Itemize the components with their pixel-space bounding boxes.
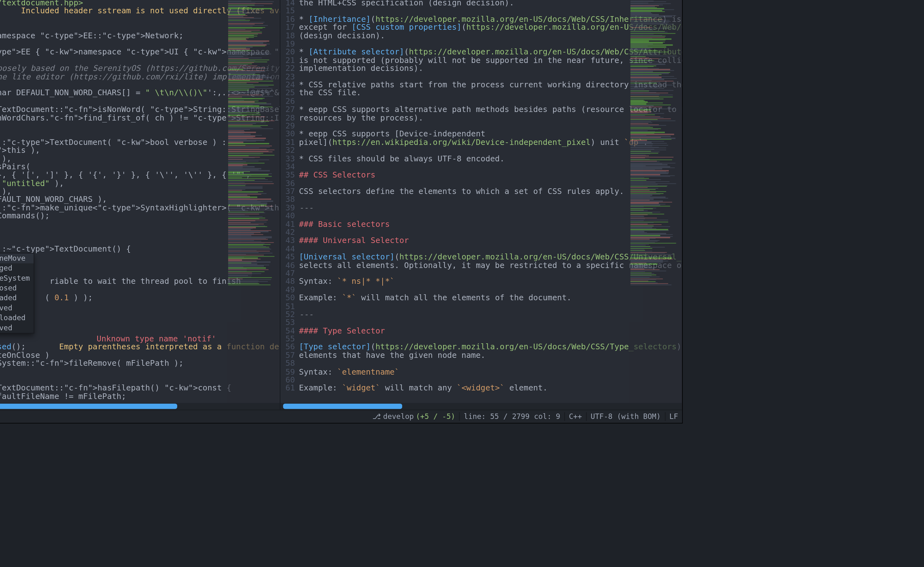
autocomplete-item[interactable]: ◉notifyDirtyOnFileSystem [0, 273, 34, 283]
autocomplete-item[interactable]: ◉notifyDocumentSaved [0, 323, 34, 333]
git-branch-status[interactable]: ⎇ develop (+5 / -5) [369, 412, 459, 421]
code-area[interactable]: # CSS Specification## Introductioneepp C… [299, 0, 682, 403]
autocomplete-popup[interactable]: ◉notifiyDocumenLineMove◉notifyCursorChan… [0, 253, 34, 333]
minimap[interactable] [227, 0, 280, 403]
item-label: notifyDocumentSaved [0, 324, 12, 332]
minimap[interactable] [629, 0, 682, 403]
editor-pane-left: ◆README.md×◆uiintroduction.md×◆textdocum… [0, 0, 280, 410]
git-branch-icon: ⎇ [372, 412, 381, 421]
code-editor-right[interactable]: 1234567891011121314151617181920212223242… [280, 0, 682, 403]
item-label: notifyDocumentReloaded [0, 314, 26, 322]
line-ending[interactable]: LF [665, 412, 682, 421]
item-label: notifyDirtyOnFileSystem [0, 274, 30, 282]
item-label: notifiyDocumenLineMove [0, 254, 26, 262]
item-label: notifyDocumentLoaded [0, 294, 17, 303]
autocomplete-item[interactable]: ◉notifyDocumentReloaded [0, 313, 34, 323]
autocomplete-item[interactable]: ◉notifyDocumentClosed [0, 283, 34, 293]
item-label: notifyDocumentClosed [0, 284, 17, 292]
cursor-position[interactable]: line: 55 / 2799 col: 9 [459, 412, 564, 421]
gutter: 1234567891011121314151617181920212223242… [280, 0, 299, 403]
horizontal-scrollbar[interactable] [0, 403, 280, 410]
editor-pane-right: ◆README.md×◆cssspecification.md× 1234567… [280, 0, 682, 410]
statusbar: ⌕Locate 🔍︎Search ❯_Terminal 🔧Build ⎇ dev… [0, 410, 682, 423]
item-label: notifyCursorChanged [0, 264, 12, 272]
horizontal-scrollbar[interactable] [280, 403, 682, 410]
autocomplete-item[interactable]: ◉notifiyDocumenLineMove [0, 254, 34, 263]
autocomplete-item[interactable]: ◉notifyDocumentLoaded [0, 293, 34, 303]
encoding[interactable]: UTF-8 (with BOM) [586, 412, 665, 421]
autocomplete-item[interactable]: ◉notifyDocumentMoved [0, 303, 34, 313]
item-label: notifyDocumentMoved [0, 304, 12, 312]
autocomplete-item[interactable]: ◉notifyCursorChanged [0, 263, 34, 273]
language-mode[interactable]: C++ [564, 412, 586, 421]
